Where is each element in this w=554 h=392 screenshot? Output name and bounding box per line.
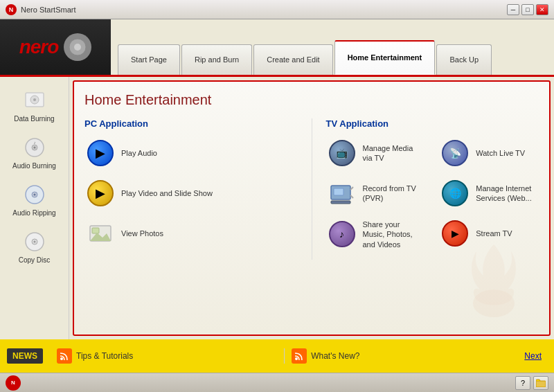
- share-music-label: Share your Music, Photos, and Videos: [363, 220, 424, 249]
- close-button[interactable]: ✕: [536, 4, 548, 15]
- sidebar: Data Burning ♪ Audio Burning: [0, 77, 69, 339]
- view-photos-label: View Photos: [121, 229, 163, 238]
- window-controls: ─ □ ✕: [507, 4, 548, 15]
- record-tv-item[interactable]: Record from TV (PVR): [326, 177, 426, 209]
- tab-rip-burn[interactable]: Rip and Burn: [181, 44, 252, 75]
- sidebar-item-copy-disc[interactable]: Copy Disc: [3, 225, 66, 269]
- pc-application-column: PC Application ▶ Play Audio ▶ Play Video…: [84, 118, 312, 260]
- svg-point-7: [33, 147, 35, 149]
- svg-point-11: [33, 194, 35, 196]
- tab-create-edit[interactable]: Create and Edit: [253, 44, 332, 75]
- stream-tv-label: Stream TV: [476, 229, 512, 238]
- tab-start-page[interactable]: Start Page: [118, 44, 180, 75]
- news-item-whats-new[interactable]: What's New?: [285, 348, 519, 364]
- tab-home-entertainment[interactable]: Home Entertainment: [334, 40, 436, 75]
- manage-media-label: Manage Media via TV: [363, 143, 424, 163]
- nero-logo: nero: [19, 36, 59, 58]
- share-music-item[interactable]: ♪ Share your Music, Photos, and Videos: [326, 217, 426, 251]
- window-title: Nero StartSmart: [21, 6, 75, 14]
- play-audio-label: Play Audio: [121, 148, 157, 158]
- minimize-button[interactable]: ─: [507, 4, 519, 15]
- tab-back-up[interactable]: Back Up: [436, 44, 492, 75]
- copy-disc-label: Copy Disc: [19, 256, 51, 265]
- logo-area: nero: [0, 19, 111, 75]
- audio-ripping-icon: [22, 182, 47, 207]
- tv-section-heading: TV Application: [326, 118, 539, 129]
- audio-burning-label: Audio Burning: [12, 162, 56, 170]
- news-whats-new-label: What's New?: [311, 351, 359, 361]
- watermark-flame: [452, 238, 535, 321]
- news-label: NEWS: [7, 348, 43, 364]
- play-audio-icon: ▶: [87, 139, 114, 167]
- nero-badge: N: [6, 375, 21, 391]
- watch-live-tv-icon: 📡: [441, 139, 469, 167]
- play-video-item[interactable]: ▶ Play Video and Slide Show: [84, 177, 298, 209]
- sidebar-item-audio-burning[interactable]: ♪ Audio Burning: [3, 131, 66, 175]
- internet-services-icon: 🌐: [441, 179, 469, 207]
- svg-rect-20: [331, 201, 350, 204]
- svg-rect-19: [334, 188, 343, 195]
- play-video-label: Play Video and Slide Show: [121, 188, 213, 198]
- copy-disc-icon: [22, 229, 47, 254]
- svg-point-1: [74, 44, 81, 51]
- audio-burning-icon: ♪: [22, 135, 47, 160]
- logo-gear-icon: [64, 33, 91, 61]
- main-content-panel: Home Entertainment PC Application ▶ Play…: [73, 80, 551, 336]
- news-item-tips[interactable]: Tips & Tutorials: [50, 348, 285, 364]
- audio-ripping-label: Audio Ripping: [12, 209, 55, 217]
- status-bar: N ?: [0, 373, 554, 392]
- sidebar-item-audio-ripping[interactable]: Audio Ripping: [3, 178, 66, 222]
- play-audio-item[interactable]: ▶ Play Audio: [84, 137, 298, 169]
- view-photos-item[interactable]: View Photos: [84, 217, 298, 249]
- svg-point-4: [33, 98, 36, 101]
- record-tv-icon: [328, 179, 356, 207]
- data-burning-label: Data Burning: [14, 115, 54, 123]
- rss-icon-tips: [57, 348, 72, 364]
- header-top: nero Start Page Rip and Burn Create and …: [0, 19, 554, 75]
- folder-button[interactable]: [533, 376, 548, 390]
- page-title: Home Entertainment: [84, 92, 539, 108]
- title-bar: N Nero StartSmart ─ □ ✕: [0, 0, 554, 19]
- maximize-button[interactable]: □: [521, 4, 534, 15]
- internet-services-label: Manage Internet Services (Web...: [476, 184, 537, 204]
- play-video-icon: ▶: [87, 179, 114, 207]
- app-icon: N: [6, 4, 17, 15]
- watch-live-tv-label: Watch Live TV: [476, 148, 525, 158]
- manage-media-icon: 📺: [328, 139, 356, 167]
- help-button[interactable]: ?: [515, 376, 530, 390]
- main-window: nero Start Page Rip and Burn Create and …: [0, 19, 554, 392]
- header: nero Start Page Rip and Burn Create and …: [0, 19, 554, 77]
- view-photos-icon: [87, 220, 114, 247]
- record-tv-label: Record from TV (PVR): [363, 184, 424, 204]
- svg-point-24: [60, 357, 63, 360]
- svg-rect-26: [536, 381, 546, 387]
- sidebar-item-data-burning[interactable]: Data Burning: [3, 84, 66, 127]
- svg-text:♪: ♪: [33, 141, 35, 145]
- tabs-area: Start Page Rip and Burn Create and Edit …: [111, 19, 554, 75]
- watch-live-tv-item[interactable]: 📡 Watch Live TV: [439, 137, 539, 169]
- share-music-icon: ♪: [328, 220, 356, 248]
- news-tips-label: Tips & Tutorials: [76, 351, 133, 361]
- pc-section-heading: PC Application: [84, 118, 298, 129]
- bottom-news-bar: NEWS Tips & Tutorials What's New?: [0, 339, 554, 373]
- next-button[interactable]: Next: [519, 348, 547, 364]
- svg-point-25: [295, 357, 298, 360]
- content-area: Data Burning ♪ Audio Burning: [0, 77, 554, 339]
- svg-point-14: [33, 241, 35, 243]
- internet-services-item[interactable]: 🌐 Manage Internet Services (Web...: [439, 177, 539, 209]
- rss-icon-news: [292, 348, 307, 364]
- manage-media-item[interactable]: 📺 Manage Media via TV: [326, 137, 426, 169]
- status-icons: ?: [515, 376, 548, 390]
- svg-rect-16: [92, 228, 99, 233]
- data-burning-icon: [22, 88, 47, 113]
